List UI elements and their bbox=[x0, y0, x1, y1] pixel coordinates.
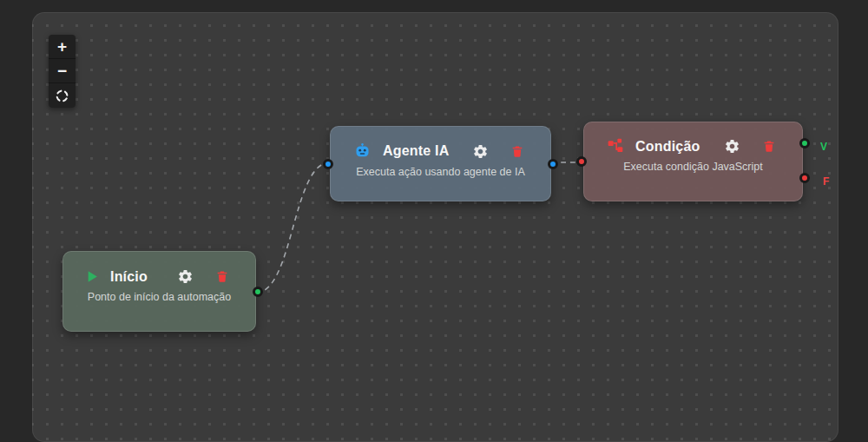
node-settings-button[interactable] bbox=[472, 143, 489, 160]
zoom-controls: + − bbox=[49, 35, 76, 108]
node-title: Início bbox=[110, 269, 148, 285]
node-agente-ia[interactable]: Agente IA Executa ação usando agente de … bbox=[330, 126, 551, 201]
output-handle[interactable] bbox=[548, 159, 558, 169]
input-handle[interactable] bbox=[576, 156, 587, 167]
node-header: Início bbox=[63, 268, 255, 285]
node-delete-button[interactable] bbox=[762, 139, 776, 154]
node-header: Agente IA bbox=[331, 142, 550, 160]
node-title: Condição bbox=[635, 139, 700, 155]
node-inicio[interactable]: Início Ponto de início da automação bbox=[62, 251, 256, 332]
minus-icon: − bbox=[57, 63, 67, 79]
fit-view-button[interactable] bbox=[49, 83, 76, 108]
input-handle[interactable] bbox=[323, 159, 333, 169]
node-header: Condição bbox=[584, 138, 802, 155]
gear-icon bbox=[177, 268, 194, 285]
gear-icon bbox=[724, 138, 740, 155]
play-icon bbox=[86, 270, 99, 283]
fit-view-icon bbox=[55, 89, 69, 103]
node-subtitle: Executa condição JavaScript bbox=[584, 161, 802, 173]
node-delete-button[interactable] bbox=[510, 144, 524, 159]
trash-icon bbox=[215, 269, 229, 284]
zoom-in-button[interactable]: + bbox=[49, 35, 76, 59]
flow-canvas[interactable] bbox=[32, 12, 838, 442]
node-settings-button[interactable] bbox=[177, 268, 194, 285]
output-label-true: V bbox=[820, 141, 827, 153]
output-handle-false[interactable] bbox=[799, 173, 810, 183]
output-handle[interactable] bbox=[253, 287, 263, 297]
node-subtitle: Ponto de início da automação bbox=[63, 291, 255, 303]
flow-editor: + − Início bbox=[0, 0, 868, 442]
node-settings-button[interactable] bbox=[724, 138, 740, 155]
branch-icon bbox=[607, 138, 624, 155]
trash-icon bbox=[510, 144, 524, 159]
node-delete-button[interactable] bbox=[215, 269, 229, 284]
node-title: Agente IA bbox=[383, 143, 449, 159]
trash-icon bbox=[762, 139, 776, 154]
plus-icon: + bbox=[57, 38, 67, 55]
gear-icon bbox=[472, 143, 489, 160]
output-label-false: F bbox=[823, 175, 829, 188]
node-subtitle: Executa ação usando agente de IA bbox=[331, 166, 550, 178]
output-handle-true[interactable] bbox=[799, 138, 810, 148]
node-condicao[interactable]: Condição Executa condição JavaScript V F bbox=[583, 122, 803, 201]
robot-icon bbox=[353, 142, 372, 160]
zoom-out-button[interactable]: − bbox=[49, 59, 76, 83]
